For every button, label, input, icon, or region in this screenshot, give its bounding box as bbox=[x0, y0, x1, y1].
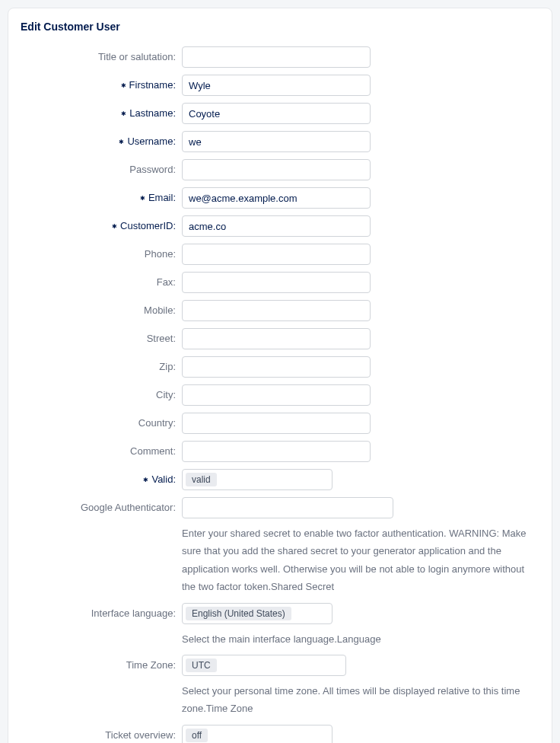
title-input[interactable] bbox=[182, 46, 371, 68]
row-title: Title or salutation: bbox=[21, 46, 539, 68]
row-gauth: Google Authenticator: Enter your shared … bbox=[21, 497, 539, 596]
label-customerid: CustomerID: bbox=[21, 215, 182, 231]
panel-title: Edit Customer User bbox=[21, 21, 539, 33]
row-firstname: Firstname: bbox=[21, 75, 539, 96]
label-comment: Comment: bbox=[21, 441, 182, 457]
row-fax: Fax: bbox=[21, 272, 539, 293]
row-lastname: Lastname: bbox=[21, 103, 539, 124]
label-ticket-overview: Ticket overview: bbox=[21, 725, 182, 741]
fax-input[interactable] bbox=[182, 272, 371, 293]
label-phone: Phone: bbox=[21, 244, 182, 260]
lang-selected-value: English (United States) bbox=[186, 607, 291, 620]
row-phone: Phone: bbox=[21, 244, 539, 265]
username-input[interactable] bbox=[182, 131, 371, 152]
row-email: Email: bbox=[21, 187, 539, 209]
row-password: Password: bbox=[21, 159, 539, 180]
label-city: City: bbox=[21, 384, 182, 400]
email-input[interactable] bbox=[182, 187, 371, 209]
country-input[interactable] bbox=[182, 413, 371, 434]
label-tz: Time Zone: bbox=[21, 655, 182, 671]
row-street: Street: bbox=[21, 328, 539, 349]
label-valid: Valid: bbox=[21, 469, 182, 485]
tz-help: Select your personal time zone. All time… bbox=[182, 682, 539, 718]
row-tz: Time Zone: UTC Select your personal time… bbox=[21, 655, 539, 718]
street-input[interactable] bbox=[182, 328, 371, 349]
tz-selected-value: UTC bbox=[186, 658, 217, 672]
tz-select[interactable]: UTC bbox=[182, 655, 346, 676]
ticket-overview-select[interactable]: off bbox=[182, 725, 332, 743]
row-comment: Comment: bbox=[21, 441, 539, 462]
label-gauth: Google Authenticator: bbox=[21, 497, 182, 513]
row-username: Username: bbox=[21, 131, 539, 152]
label-email: Email: bbox=[21, 187, 182, 203]
firstname-input[interactable] bbox=[182, 75, 371, 96]
phone-input[interactable] bbox=[182, 244, 371, 265]
row-zip: Zip: bbox=[21, 356, 539, 378]
label-street: Street: bbox=[21, 328, 182, 344]
lastname-input[interactable] bbox=[182, 103, 371, 124]
row-lang: Interface language: English (United Stat… bbox=[21, 603, 539, 648]
label-fax: Fax: bbox=[21, 272, 182, 288]
label-title: Title or salutation: bbox=[21, 46, 182, 62]
city-input[interactable] bbox=[182, 384, 371, 406]
ticket-overview-selected-value: off bbox=[186, 729, 208, 742]
row-ticket-overview: Ticket overview: off Select after which … bbox=[21, 725, 539, 743]
row-country: Country: bbox=[21, 413, 539, 434]
zip-input[interactable] bbox=[182, 356, 371, 378]
gauth-input[interactable] bbox=[182, 497, 393, 518]
row-customerid: CustomerID: bbox=[21, 215, 539, 237]
comment-input[interactable] bbox=[182, 441, 371, 462]
lang-help: Select the main interface language.Langu… bbox=[182, 630, 539, 648]
valid-select[interactable]: valid bbox=[182, 469, 332, 490]
mobile-input[interactable] bbox=[182, 300, 371, 321]
row-city: City: bbox=[21, 384, 539, 406]
label-country: Country: bbox=[21, 413, 182, 429]
customerid-input[interactable] bbox=[182, 215, 371, 237]
valid-selected-value: valid bbox=[186, 473, 217, 486]
label-lang: Interface language: bbox=[21, 603, 182, 619]
label-zip: Zip: bbox=[21, 356, 182, 372]
label-firstname: Firstname: bbox=[21, 75, 182, 91]
label-username: Username: bbox=[21, 131, 182, 147]
label-mobile: Mobile: bbox=[21, 300, 182, 316]
edit-customer-user-panel: Edit Customer User Title or salutation: … bbox=[8, 8, 552, 743]
lang-select[interactable]: English (United States) bbox=[182, 603, 332, 624]
label-lastname: Lastname: bbox=[21, 103, 182, 119]
label-password: Password: bbox=[21, 159, 182, 175]
password-input[interactable] bbox=[182, 159, 371, 180]
row-valid: Valid: valid bbox=[21, 469, 539, 490]
gauth-help: Enter your shared secret to enable two f… bbox=[182, 525, 539, 596]
row-mobile: Mobile: bbox=[21, 300, 539, 321]
